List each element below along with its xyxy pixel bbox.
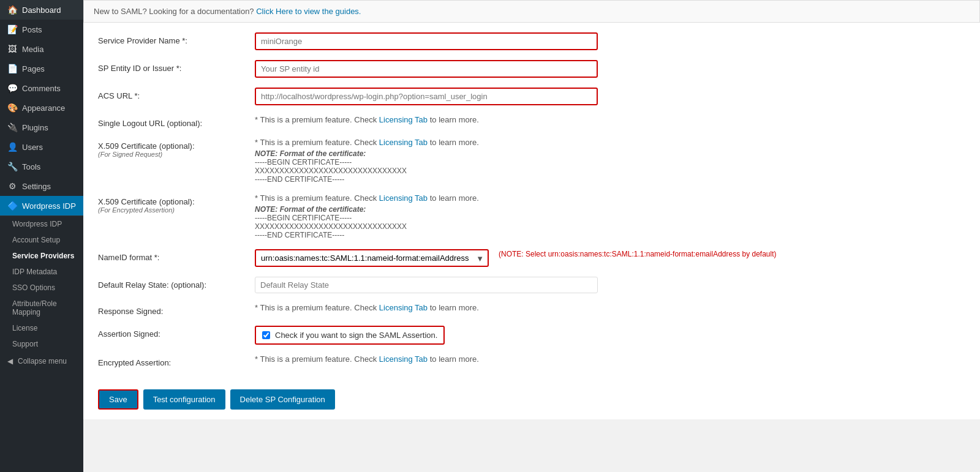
sidebar-menu: 🏠 Dashboard 📝 Posts 🖼 Media 📄 Pages 💬 Co… <box>0 0 83 370</box>
sidebar-sub-account-setup[interactable]: Account Setup <box>0 232 83 248</box>
content-area: New to SAML? Looking for a documentation… <box>83 0 980 419</box>
sidebar-sub-license[interactable]: License <box>0 320 83 336</box>
save-button[interactable]: Save <box>98 389 138 410</box>
sidebar-label-pages: Pages <box>22 64 45 73</box>
x509-encrypted-sublabel: (For Encrypted Assertion) <box>98 206 245 214</box>
sp-entity-id-row: SP Entity ID or Issuer *: <box>98 60 965 78</box>
x509-encrypted-row: X.509 Certificate (optional): (For Encry… <box>98 193 965 239</box>
sp-name-label: Service Provider Name *: <box>98 32 245 45</box>
comments-icon: 💬 <box>7 83 17 93</box>
plugins-icon: 🔌 <box>7 122 17 132</box>
sidebar-label-dashboard: Dashboard <box>22 6 61 15</box>
sidebar-label-settings: Settings <box>22 182 51 191</box>
collapse-icon: ◀ <box>7 357 13 365</box>
x509-signed-row: X.509 Certificate (optional): (For Signe… <box>98 138 965 184</box>
sidebar-sub-label-service-providers: Service Providers <box>12 252 74 260</box>
single-logout-note: * This is a premium feature. Check Licen… <box>255 115 479 124</box>
sidebar-label-appearance: Appearance <box>22 103 65 113</box>
sidebar-item-tools[interactable]: 🔧 Tools <box>0 157 83 176</box>
sp-name-field <box>255 32 965 50</box>
nameid-note: (NOTE: Select urn:oasis:names:tc:SAML:1.… <box>499 249 777 258</box>
acs-url-input[interactable] <box>255 88 598 105</box>
acs-url-row: ACS URL *: <box>98 88 965 105</box>
nameid-format-select[interactable]: urn:oasis:names:tc:SAML:1.1:nameid-forma… <box>255 249 489 267</box>
sidebar-sub-label-idp-metadata: IDP Metadata <box>12 268 57 276</box>
pages-icon: 📄 <box>7 64 17 73</box>
wordpress-idp-icon: 🔷 <box>7 201 17 211</box>
default-relay-state-row: Default Relay State: (optional): <box>98 277 965 293</box>
media-icon: 🖼 <box>7 44 17 54</box>
sidebar-item-plugins[interactable]: 🔌 Plugins <box>0 118 83 137</box>
assertion-signed-label: Assertion Signed: <box>98 326 245 339</box>
assertion-signed-checkbox[interactable] <box>262 331 270 339</box>
acs-url-label: ACS URL *: <box>98 88 245 100</box>
encrypted-assertion-row: Encrypted Assertion: * This is a premium… <box>98 354 965 367</box>
x509-encrypted-note: * This is a premium feature. Check Licen… <box>255 193 479 203</box>
encrypted-assertion-license-link[interactable]: Licensing Tab <box>379 354 428 364</box>
collapse-menu-button[interactable]: ◀ Collapse menu <box>0 352 83 370</box>
sidebar-label-wordpress-idp: Wordpress IDP <box>22 201 76 211</box>
nameid-row: NameID format *: urn:oasis:names:tc:SAML… <box>98 249 965 267</box>
sidebar-label-plugins: Plugins <box>22 123 48 132</box>
users-icon: 👤 <box>7 142 17 152</box>
assertion-signed-checkbox-label[interactable]: Check if you want to sign the SAML Asser… <box>275 331 437 340</box>
sidebar-item-dashboard[interactable]: 🏠 Dashboard <box>0 0 83 20</box>
x509-encrypted-license-link[interactable]: Licensing Tab <box>379 193 428 203</box>
encrypted-assertion-label: Encrypted Assertion: <box>98 354 245 367</box>
info-banner-text: New to SAML? Looking for a documentation… <box>94 7 254 16</box>
form-container: Service Provider Name *: SP Entity ID or… <box>83 23 980 419</box>
sidebar-sub-attribute-role[interactable]: Attribute/Role Mapping <box>0 296 83 320</box>
sidebar-sub-label-sso-options: SSO Options <box>12 283 55 292</box>
x509-signed-field: * This is a premium feature. Check Licen… <box>255 138 965 184</box>
sidebar-sub-section: Wordpress IDP Account Setup Service Prov… <box>0 215 83 352</box>
sp-entity-id-input[interactable] <box>255 60 598 78</box>
sidebar-item-comments[interactable]: 💬 Comments <box>0 78 83 98</box>
response-signed-note: * This is a premium feature. Check Licen… <box>255 303 479 312</box>
sidebar-item-posts[interactable]: 📝 Posts <box>0 20 83 39</box>
x509-signed-license-link[interactable]: Licensing Tab <box>379 138 428 147</box>
sp-name-input[interactable] <box>255 32 598 50</box>
assertion-signed-row: Assertion Signed: Check if you want to s… <box>98 326 965 345</box>
sidebar-item-media[interactable]: 🖼 Media <box>0 39 83 59</box>
response-signed-license-link[interactable]: Licensing Tab <box>379 303 428 312</box>
tools-icon: 🔧 <box>7 162 17 171</box>
single-logout-field: * This is a premium feature. Check Licen… <box>255 115 965 124</box>
settings-icon: ⚙ <box>7 181 17 191</box>
info-banner-link[interactable]: Click Here to view the guides. <box>256 7 361 16</box>
test-configuration-button[interactable]: Test configuration <box>143 389 225 410</box>
single-logout-label: Single Logout URL (optional): <box>98 115 245 128</box>
sidebar-item-settings[interactable]: ⚙ Settings <box>0 176 83 196</box>
sidebar-item-pages[interactable]: 📄 Pages <box>0 59 83 78</box>
assertion-signed-checkbox-wrapper: Check if you want to sign the SAML Asser… <box>255 326 445 345</box>
acs-url-field <box>255 88 965 105</box>
single-logout-row: Single Logout URL (optional): * This is … <box>98 115 965 128</box>
default-relay-state-input[interactable] <box>255 277 598 293</box>
default-relay-state-field <box>255 277 965 293</box>
sidebar-sub-service-providers[interactable]: Service Providers <box>0 248 83 264</box>
main-content: New to SAML? Looking for a documentation… <box>83 0 980 472</box>
delete-sp-configuration-button[interactable]: Delete SP Configuration <box>230 389 335 410</box>
appearance-icon: 🎨 <box>7 103 17 113</box>
sidebar-item-wordpress-idp[interactable]: 🔷 Wordpress IDP <box>0 196 83 215</box>
sidebar-sub-wordpress-idp[interactable]: Wordpress IDP <box>0 216 83 232</box>
sidebar-sub-idp-metadata[interactable]: IDP Metadata <box>0 264 83 280</box>
sidebar-sub-label-license: License <box>12 324 37 332</box>
sp-name-row: Service Provider Name *: <box>98 32 965 50</box>
sidebar-sub-sso-options[interactable]: SSO Options <box>0 280 83 296</box>
sidebar-sub-support[interactable]: Support <box>0 336 83 352</box>
sp-entity-id-field <box>255 60 965 78</box>
encrypted-assertion-note: * This is a premium feature. Check Licen… <box>255 354 479 364</box>
sidebar-sub-label-wordpress-idp: Wordpress IDP <box>12 220 62 228</box>
x509-signed-cert-note: NOTE: Format of the certificate: -----BE… <box>255 149 965 184</box>
nameid-label: NameID format *: <box>98 249 245 262</box>
sidebar: 🏠 Dashboard 📝 Posts 🖼 Media 📄 Pages 💬 Co… <box>0 0 83 472</box>
sidebar-label-posts: Posts <box>22 25 42 34</box>
single-logout-license-link[interactable]: Licensing Tab <box>379 115 428 124</box>
x509-signed-note: * This is a premium feature. Check Licen… <box>255 138 479 147</box>
dashboard-icon: 🏠 <box>7 5 17 15</box>
sidebar-item-appearance[interactable]: 🎨 Appearance <box>0 98 83 118</box>
sidebar-sub-label-attribute-role: Attribute/Role Mapping <box>12 299 57 317</box>
sidebar-sub-label-account-setup: Account Setup <box>12 236 60 244</box>
sidebar-item-users[interactable]: 👤 Users <box>0 137 83 157</box>
response-signed-row: Response Signed: * This is a premium fea… <box>98 303 965 316</box>
